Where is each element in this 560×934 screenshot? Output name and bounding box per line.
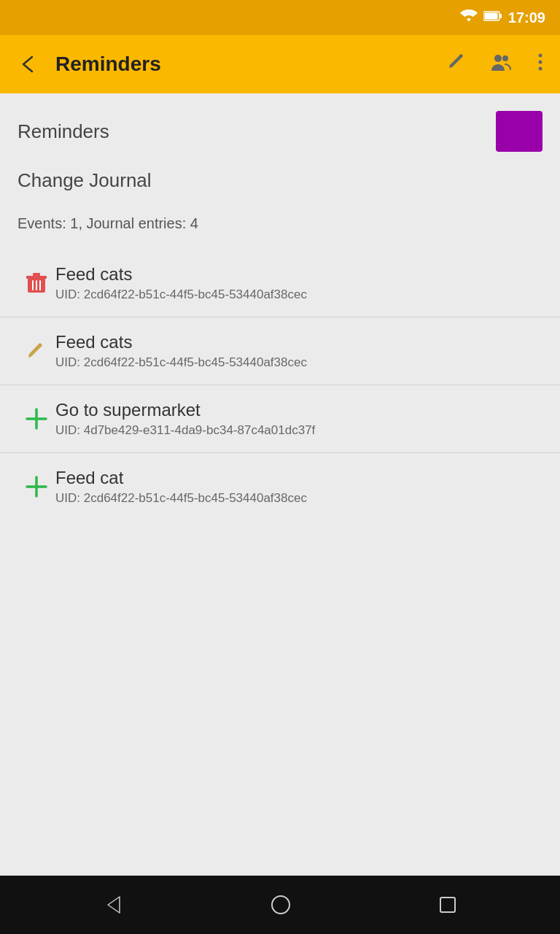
events-text: Events: 1, Journal entries: 4 (18, 215, 198, 231)
content-area: Reminders Change Journal Events: 1, Jour… (0, 93, 560, 698)
back-button[interactable] (12, 48, 44, 80)
plus-icon-2 (18, 474, 55, 500)
edit-icon[interactable] (442, 47, 471, 82)
battery-icon (483, 10, 502, 26)
item-uid-1: UID: 2cd64f22-b51c-44f5-bc45-53440af38ce… (55, 287, 542, 302)
item-text-2: Feed cats UID: 2cd64f22-b51c-44f5-bc45-5… (55, 332, 542, 370)
app-bar: Reminders (0, 35, 560, 93)
spacer (0, 698, 560, 876)
journal-item-2[interactable]: Feed cats UID: 2cd64f22-b51c-44f5-bc45-5… (0, 317, 560, 385)
journal-item-1[interactable]: Feed cats UID: 2cd64f22-b51c-44f5-bc45-5… (0, 250, 560, 317)
nav-home-button[interactable] (262, 887, 299, 923)
nav-recent-button[interactable] (430, 887, 465, 922)
wifi-icon (460, 9, 478, 26)
item-text-1: Feed cats UID: 2cd64f22-b51c-44f5-bc45-5… (55, 264, 542, 302)
people-icon[interactable] (486, 47, 518, 82)
change-journal-section: Change Journal (0, 163, 560, 204)
reminders-title: Reminders (18, 120, 109, 143)
journal-item-3[interactable]: Go to supermarket UID: 4d7be429-e311-4da… (0, 385, 560, 453)
item-title-4: Feed cat (55, 468, 542, 488)
svg-marker-18 (108, 897, 120, 913)
bottom-nav (0, 876, 560, 934)
journal-item-4[interactable]: Feed cat UID: 2cd64f22-b51c-44f5-bc45-53… (0, 453, 560, 520)
item-text-3: Go to supermarket UID: 4d7be429-e311-4da… (55, 400, 542, 438)
svg-rect-2 (499, 14, 502, 18)
svg-rect-1 (484, 12, 497, 19)
item-uid-3: UID: 4d7be429-e311-4da9-bc34-87c4a01dc37… (55, 423, 542, 438)
svg-point-6 (539, 60, 542, 63)
svg-point-19 (272, 896, 289, 914)
item-uid-4: UID: 2cd64f22-b51c-44f5-bc45-53440af38ce… (55, 491, 542, 506)
journal-list: Feed cats UID: 2cd64f22-b51c-44f5-bc45-5… (0, 250, 560, 520)
svg-rect-10 (33, 273, 40, 276)
svg-point-5 (539, 53, 542, 57)
color-badge[interactable] (496, 111, 542, 152)
reminders-header: Reminders (0, 93, 560, 163)
app-bar-actions (442, 47, 548, 82)
events-info: Events: 1, Journal entries: 4 (0, 204, 560, 250)
status-icons: 17:09 (460, 9, 545, 26)
svg-rect-9 (26, 276, 47, 279)
svg-point-4 (502, 55, 508, 61)
svg-point-3 (494, 55, 502, 62)
item-text-4: Feed cat UID: 2cd64f22-b51c-44f5-bc45-53… (55, 468, 542, 506)
app-title: Reminders (55, 53, 430, 76)
item-title-2: Feed cats (55, 332, 542, 352)
item-title-3: Go to supermarket (55, 400, 542, 420)
item-title-1: Feed cats (55, 264, 542, 285)
svg-rect-20 (440, 898, 455, 912)
trash-icon (18, 271, 55, 296)
time-display: 17:09 (508, 9, 545, 26)
plus-icon-1 (18, 406, 55, 432)
nav-back-button[interactable] (95, 887, 131, 923)
edit-icon-item (18, 339, 55, 363)
item-uid-2: UID: 2cd64f22-b51c-44f5-bc45-53440af38ce… (55, 355, 542, 370)
change-journal-title: Change Journal (18, 169, 152, 191)
svg-point-7 (539, 66, 542, 70)
more-icon[interactable] (532, 47, 548, 82)
status-bar: 17:09 (0, 0, 560, 35)
